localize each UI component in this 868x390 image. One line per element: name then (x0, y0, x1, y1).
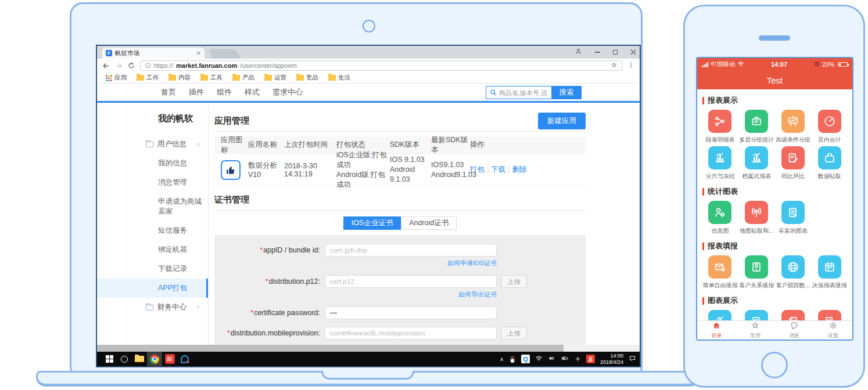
tray-expand-icon[interactable]: ∧ (500, 356, 504, 362)
app-grid-item[interactable]: 高级条件分组 (775, 110, 812, 144)
q-chat-icon[interactable]: Q (521, 355, 530, 363)
nav-item[interactable]: 插件 (189, 87, 204, 98)
app-grid-item[interactable]: 简单自由填报 (702, 255, 738, 290)
tab-message[interactable]: 消息 (775, 321, 814, 340)
app-grid-item[interactable]: 客户关系填报 (738, 255, 775, 290)
bookmark-item[interactable]: 工作 (134, 74, 162, 82)
wifi-icon[interactable] (535, 354, 543, 364)
upload-button[interactable]: 上传 (501, 327, 527, 340)
app-grid-item[interactable]: 丰富的图表 (775, 201, 812, 235)
sidebar-item[interactable]: APP打包 (97, 279, 208, 298)
bookmark-item[interactable]: 竞品 (293, 74, 321, 82)
app-grid-item[interactable]: 地图 (738, 310, 775, 320)
horizontal-scrollbar[interactable] (97, 345, 640, 352)
bag-icon (818, 146, 841, 169)
minimize-button[interactable] (595, 52, 600, 53)
app-grid-item[interactable]: 仪表盘 (702, 310, 738, 320)
phone-home-button[interactable] (761, 352, 788, 378)
tab-star[interactable]: 常用 (736, 321, 775, 340)
sidebar-item[interactable]: 消息管理 (97, 173, 208, 192)
bookmark-item[interactable]: 应用 (103, 74, 130, 82)
cert-tab[interactable]: IOS企业证书 (343, 216, 401, 230)
search-input[interactable] (499, 89, 548, 96)
url-scheme: https:// (154, 62, 173, 69)
field-input[interactable] (325, 275, 497, 288)
field-input[interactable] (325, 306, 497, 319)
app-grid-item[interactable]: 分片与冻结 (702, 146, 738, 180)
nav-item[interactable]: 需求中心 (272, 87, 303, 98)
search-button[interactable]: 搜索 (551, 86, 582, 99)
app-grid-item[interactable]: 散点图 (811, 310, 848, 320)
field-input[interactable] (325, 244, 497, 257)
forward-icon[interactable] (115, 62, 123, 70)
bookmark-item[interactable]: 内容 (166, 74, 193, 82)
bookmark-item[interactable]: 生活 (325, 74, 353, 82)
address-bar[interactable]: https://market.fanruan.com/usercenter/ap… (140, 60, 622, 71)
app-grid-item[interactable]: 数据钻取 (811, 146, 848, 180)
action-center-icon[interactable] (629, 354, 636, 364)
volume-icon[interactable] (548, 354, 555, 364)
qq-penguin-icon[interactable] (509, 355, 516, 363)
app-grid-item[interactable]: 多层分组统计 (738, 110, 775, 144)
scrollbar-thumb[interactable] (97, 345, 564, 352)
field-input[interactable] (325, 327, 497, 340)
new-app-button[interactable]: 新建应用 (538, 113, 586, 129)
action-link[interactable]: 下载 (491, 165, 505, 174)
info-icon[interactable] (145, 62, 151, 70)
section-title: 报表填报 (702, 241, 848, 251)
sidebar-item[interactable]: 我的信息 (97, 154, 208, 173)
app-grid-item[interactable]: 决策报表填报 (811, 255, 848, 290)
upload-button[interactable]: 上传 (501, 275, 527, 288)
action-link[interactable]: 删除 (512, 165, 527, 174)
browser-menu-icon[interactable] (627, 60, 634, 71)
sogou-input-icon[interactable]: S (586, 355, 595, 363)
app-grid-item[interactable]: 地图钻取和... (738, 201, 775, 235)
help-link[interactable]: 如何申请IOS证书 (325, 259, 497, 268)
app-grid-item[interactable]: 客户跟踪数... (775, 255, 812, 290)
action-link[interactable]: 打包 (470, 165, 485, 174)
sidebar-item[interactable]: 绑定机器 (97, 240, 208, 259)
app-grid-item[interactable]: 页内合计 (811, 110, 848, 144)
refresh-icon[interactable] (128, 62, 135, 69)
back-icon[interactable] (102, 62, 110, 70)
pen-tool-icon[interactable] (575, 354, 581, 364)
tab-close-icon[interactable]: ✕ (196, 50, 201, 56)
bookmark-item[interactable]: 产品 (229, 74, 257, 82)
cortana-icon[interactable] (117, 352, 132, 366)
tab-home[interactable]: 目录 (697, 321, 736, 340)
maximize-button[interactable] (613, 50, 618, 55)
nav-item[interactable]: 首页 (161, 87, 176, 98)
cert-management-header: 证书管理 (214, 190, 586, 211)
app-grid-item[interactable]: 同比环比 (775, 146, 812, 180)
bookmark-item[interactable]: 运营 (261, 74, 289, 82)
sidebar-item[interactable]: 短信服务 (97, 221, 208, 240)
new-tab-button[interactable] (209, 49, 240, 59)
sidebar-group[interactable]: 财务中心∨ (97, 298, 208, 317)
cert-tab[interactable]: Android证书 (401, 216, 457, 230)
chat-app-icon[interactable] (177, 352, 192, 366)
chrome-icon[interactable] (147, 352, 162, 366)
app-grid-item[interactable]: 折线图 (775, 310, 812, 320)
taskbar-clock[interactable]: 14:00 2018/4/24 (600, 353, 623, 366)
help-link[interactable]: 如何导出证书 (325, 290, 497, 299)
profile-icon[interactable] (575, 47, 582, 57)
tab-gear[interactable]: 设置 (813, 321, 852, 340)
presentation-board-icon (781, 110, 805, 133)
mail-app-icon[interactable]: 邮 (162, 352, 177, 366)
battery-icon[interactable] (561, 354, 569, 364)
bookmark-star-icon[interactable] (611, 62, 618, 70)
nav-item[interactable]: 样式 (245, 87, 260, 98)
app-grid-item[interactable]: 段落明细表 (702, 110, 738, 144)
start-button[interactable] (102, 352, 117, 366)
app-grid-item[interactable]: 信息图 (702, 201, 738, 235)
sidebar-item[interactable]: 下载记录 (97, 259, 208, 279)
sidebar-group[interactable]: 用户信息∧ (97, 135, 208, 154)
bookmark-item[interactable]: 工具 (198, 74, 225, 82)
sidebar-item[interactable]: 申请成为商城卖家 (97, 192, 208, 221)
nav-item[interactable]: 组件 (217, 87, 232, 98)
app-grid-item[interactable]: 档案式报表 (738, 146, 775, 180)
file-explorer-icon[interactable] (132, 352, 147, 366)
field-label: *appID / bundle id: (214, 246, 325, 254)
browser-tab[interactable]: F 帆软市场 ✕ (102, 48, 205, 59)
close-button[interactable] (630, 47, 636, 57)
